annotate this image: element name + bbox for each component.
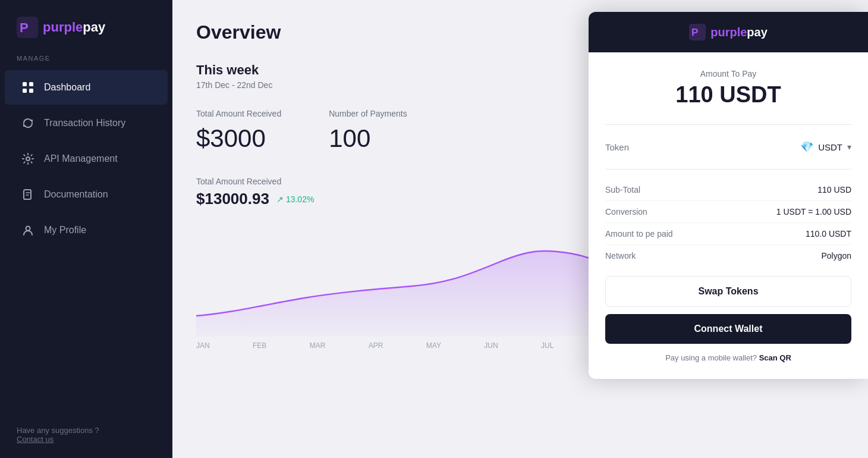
chart-label-jan: JAN <box>196 341 210 350</box>
svg-rect-5 <box>29 89 33 93</box>
modal-logo: P purplepay <box>689 24 768 40</box>
user-icon <box>21 224 34 237</box>
grid-icon <box>21 81 34 94</box>
modal-body: Amount To Pay 110 USDT Token 💎 USDT ▾ Su… <box>589 52 868 379</box>
scan-qr-section: Pay using a mobile wallet? Scan QR <box>605 353 851 362</box>
network-row: Network Polygon <box>605 245 851 266</box>
token-label: Token <box>605 142 629 152</box>
amount-to-pay-value: 110 USDT <box>605 82 851 108</box>
conversion-label: Conversion <box>605 207 647 217</box>
total-amount-stat: Total Amount Received $3000 <box>196 109 281 153</box>
number-of-payments-stat: Number of Payments 100 <box>329 109 407 153</box>
number-of-payments-label: Number of Payments <box>329 109 407 118</box>
total-received-amount: $13000.93 <box>196 190 269 208</box>
sidebar-documentation-label: Documentation <box>44 189 108 200</box>
sidebar-nav: Dashboard Transaction History <box>0 69 172 412</box>
sidebar-logo: P purplepay <box>0 0 172 55</box>
settings-icon <box>21 152 34 165</box>
growth-arrow-icon: ↗ <box>276 195 284 204</box>
number-of-payments-value: 100 <box>329 124 407 153</box>
svg-text:P: P <box>691 27 698 38</box>
svg-rect-2 <box>23 82 27 86</box>
sidebar-footer: Have any suggestions ? Contact us <box>0 412 172 458</box>
total-amount-label: Total Amount Received <box>196 109 281 118</box>
svg-point-8 <box>26 227 30 231</box>
sub-total-value: 110 USD <box>817 185 851 195</box>
purplepay-logo-icon: P <box>17 17 38 38</box>
svg-text:P: P <box>20 20 29 35</box>
scan-qr-link[interactable]: Scan QR <box>759 353 791 362</box>
book-icon <box>21 188 34 201</box>
amount-to-be-paid-value: 110.0 USDT <box>806 229 851 239</box>
sidebar-logo-text: purplepay <box>43 20 105 35</box>
total-amount-value: $3000 <box>196 124 281 153</box>
growth-percent: 13.02% <box>286 195 314 204</box>
network-label: Network <box>605 251 636 261</box>
sub-total-label: Sub-Total <box>605 185 640 195</box>
growth-badge: ↗ 13.02% <box>276 195 314 204</box>
svg-rect-7 <box>24 190 31 199</box>
sidebar-api-management-label: API Management <box>44 153 118 164</box>
sidebar-item-my-profile[interactable]: My Profile <box>5 213 168 247</box>
sidebar-suggestion-text: Have any suggestions ? <box>17 426 156 435</box>
sidebar-item-transaction-history[interactable]: Transaction History <box>5 106 168 140</box>
sidebar-item-api-management[interactable]: API Management <box>5 142 168 176</box>
info-rows: Sub-Total 110 USD Conversion 1 USDT = 1.… <box>605 179 851 266</box>
sub-total-row: Sub-Total 110 USD <box>605 179 851 201</box>
scan-qr-text: Pay using a mobile wallet? <box>665 353 757 362</box>
swap-tokens-button[interactable]: Swap Tokens <box>605 276 851 307</box>
sidebar-item-documentation[interactable]: Documentation <box>5 177 168 212</box>
sidebar: P purplepay MANAGE Dashboard <box>0 0 172 458</box>
connect-wallet-button[interactable]: Connect Wallet <box>605 314 851 344</box>
chart-label-apr: APR <box>369 341 383 350</box>
amount-to-pay-label: Amount To Pay <box>605 69 851 79</box>
manage-label: MANAGE <box>0 55 172 69</box>
modal-logo-icon: P <box>689 24 706 40</box>
payment-modal: P purplepay Amount To Pay 110 USDT Token… <box>589 12 868 379</box>
sidebar-dashboard-label: Dashboard <box>44 82 90 93</box>
token-value: USDT <box>818 142 842 152</box>
chart-label-mar: MAR <box>310 341 326 350</box>
chart-label-may: MAY <box>426 341 441 350</box>
svg-rect-3 <box>29 82 33 86</box>
chart-label-jul: JUL <box>541 341 553 350</box>
chart-label-jun: JUN <box>484 341 498 350</box>
conversion-row: Conversion 1 USDT = 1.00 USD <box>605 201 851 223</box>
usdt-diamond-icon: 💎 <box>800 140 813 153</box>
svg-point-6 <box>26 157 30 161</box>
sidebar-item-dashboard[interactable]: Dashboard <box>5 70 168 105</box>
sidebar-my-profile-label: My Profile <box>44 225 86 236</box>
refresh-icon <box>21 117 34 130</box>
amount-to-be-paid-row: Amount to pe paid 110.0 USDT <box>605 223 851 245</box>
divider-2 <box>605 169 851 170</box>
chart-label-feb: FEB <box>253 341 266 350</box>
svg-rect-4 <box>23 89 27 93</box>
sidebar-transaction-history-label: Transaction History <box>44 118 125 128</box>
chevron-down-icon: ▾ <box>847 142 851 152</box>
amount-to-be-paid-label: Amount to pe paid <box>605 229 673 239</box>
token-select[interactable]: 💎 USDT ▾ <box>800 140 851 153</box>
modal-header: P purplepay <box>589 12 868 52</box>
token-row: Token 💎 USDT ▾ <box>605 134 851 159</box>
network-value: Polygon <box>821 251 851 261</box>
divider-1 <box>605 124 851 125</box>
conversion-value: 1 USDT = 1.00 USD <box>776 207 851 217</box>
sidebar-contact-link[interactable]: Contact us <box>17 435 54 444</box>
modal-logo-text: purplepay <box>710 26 768 39</box>
